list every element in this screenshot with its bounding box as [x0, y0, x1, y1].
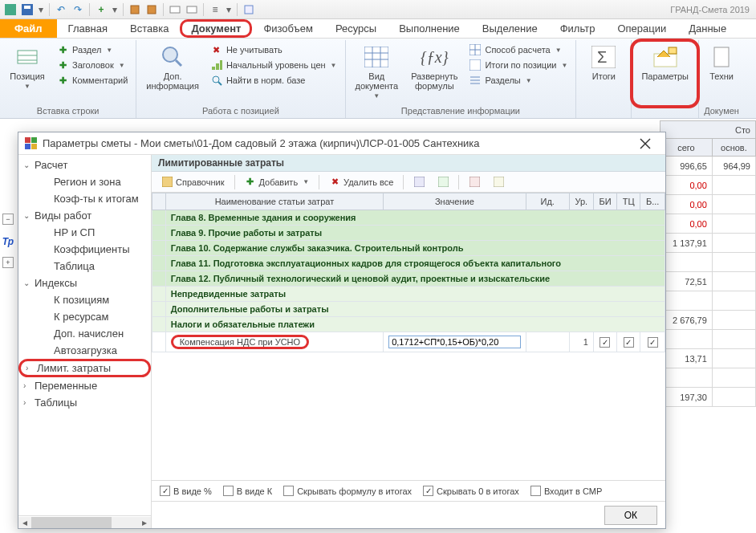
table-row[interactable]: Глава 10. Содержание службы заказчика. С…: [152, 241, 665, 256]
close-button[interactable]: [632, 134, 659, 153]
list-icon[interactable]: ≡: [208, 2, 222, 17]
find-in-norm-button[interactable]: Найти в норм. базе: [207, 73, 340, 87]
tree-item[interactable]: ›Лимит. затраты: [18, 359, 151, 377]
document-view-button[interactable]: Вид документа ▼: [351, 43, 404, 101]
table-row[interactable]: 1 137,91: [660, 234, 756, 253]
tab-fizobjem[interactable]: Физобъем: [252, 19, 324, 38]
table-row[interactable]: Глава 11. Подготовка эксплуатационных ка…: [152, 256, 665, 271]
table-row[interactable]: [660, 253, 756, 272]
tab-execution[interactable]: Выполнение: [388, 19, 471, 38]
tree-item[interactable]: Таблица: [18, 258, 151, 275]
table-row[interactable]: 72,51: [660, 272, 756, 291]
tab-resources[interactable]: Ресурсы: [324, 19, 388, 38]
export-icon[interactable]: [242, 2, 256, 17]
totals-button[interactable]: Σ Итоги: [581, 43, 626, 83]
table-row[interactable]: 13,71: [660, 349, 756, 368]
checkbox-icon[interactable]: ✓: [624, 337, 634, 348]
scroll-left-icon[interactable]: ◂: [18, 517, 31, 528]
col-ur[interactable]: Ур.: [569, 193, 593, 210]
add-header-button[interactable]: ✚Заголовок▼: [53, 58, 131, 72]
table-row[interactable]: 0,00: [660, 176, 756, 195]
tree-item[interactable]: Коэф-ты к итогам: [18, 190, 151, 207]
tool-icon[interactable]: [128, 2, 142, 17]
coef-view-checkbox[interactable]: В виде К: [223, 486, 272, 496]
tool-button[interactable]: [408, 175, 429, 189]
col-id[interactable]: Ид.: [526, 193, 569, 210]
table-row[interactable]: 0,00: [660, 214, 756, 234]
formula-value-input[interactable]: [388, 336, 520, 348]
tool-button[interactable]: [433, 175, 453, 189]
save-icon[interactable]: [20, 2, 35, 17]
tab-insert[interactable]: Вставка: [119, 19, 180, 38]
tree-item[interactable]: Коэффициенты: [18, 241, 151, 258]
tree-item[interactable]: К позициям: [18, 291, 151, 308]
hide-zero-checkbox[interactable]: ✓Скрывать 0 в итогах: [423, 486, 519, 496]
additional-info-button[interactable]: Доп. информация: [141, 43, 204, 92]
tree-item[interactable]: ⌄Индексы: [18, 275, 151, 291]
tab-selection[interactable]: Выделение: [471, 19, 549, 38]
tree-item[interactable]: НР и СП: [18, 224, 151, 241]
redo-icon[interactable]: ↷: [71, 2, 85, 17]
table-row[interactable]: 996,65964,99: [660, 157, 756, 176]
add-button[interactable]: ✚Добавить▼: [240, 175, 315, 189]
tab-home[interactable]: Главная: [57, 19, 119, 38]
add-comment-button[interactable]: ✚Комментарий: [53, 73, 131, 87]
table-row[interactable]: 0,00: [660, 195, 756, 214]
tool-icon[interactable]: [185, 2, 199, 17]
tree-item[interactable]: ›Переменные: [18, 377, 151, 394]
reference-button[interactable]: Справочник: [156, 175, 230, 189]
dropdown-icon[interactable]: ▾: [37, 2, 45, 17]
undo-icon[interactable]: ↶: [54, 2, 68, 17]
table-row[interactable]: Глава 9. Прочие работы и затраты: [152, 226, 665, 241]
position-totals-button[interactable]: Итоги по позиции▼: [465, 58, 571, 72]
expand-marker[interactable]: −: [2, 214, 14, 225]
table-row[interactable]: Непредвиденные затраты: [152, 287, 665, 302]
tool-icon[interactable]: [144, 2, 159, 17]
in-smr-checkbox[interactable]: Входит в СМР: [530, 486, 602, 496]
scroll-thumb[interactable]: [31, 517, 112, 528]
initial-price-level-button[interactable]: Начальный уровень цен▼: [207, 58, 340, 72]
table-row[interactable]: Компенсация НДС при УСНО1✓✓✓: [152, 332, 665, 352]
table-row[interactable]: [660, 368, 756, 388]
parameters-button[interactable]: Параметры: [636, 43, 693, 83]
tree-item[interactable]: ›Таблицы: [18, 394, 151, 411]
table-row[interactable]: 197,30: [660, 388, 756, 407]
position-button[interactable]: Позиция ▼: [5, 43, 50, 92]
col-name[interactable]: Наименование статьи затрат: [165, 193, 383, 210]
table-row[interactable]: [660, 291, 756, 311]
tech-button[interactable]: Техни: [704, 43, 739, 83]
tree-item[interactable]: ⌄Виды работ: [18, 207, 151, 224]
tool-button[interactable]: [464, 175, 485, 189]
tool-icon[interactable]: [168, 2, 182, 17]
add-section-button[interactable]: ✚Раздел▼: [53, 43, 131, 57]
checkbox-icon[interactable]: ✓: [600, 337, 610, 348]
col-b[interactable]: Б...: [640, 193, 665, 210]
table-row[interactable]: Глава 8. Временные здания и сооружения: [152, 210, 665, 226]
ok-button[interactable]: ОК: [604, 506, 657, 525]
expand-formulas-button[interactable]: {ƒx} Развернуть формулы: [406, 43, 462, 92]
table-row[interactable]: 2 676,79: [660, 311, 756, 330]
table-row[interactable]: [660, 330, 756, 349]
dialog-titlebar[interactable]: Параметры сметы - Мои сметы\01-Дом садов…: [18, 132, 665, 155]
tree-item[interactable]: К ресурсам: [18, 308, 151, 325]
table-row[interactable]: Дополнительные работы и затраты: [152, 302, 665, 317]
percent-view-checkbox[interactable]: ✓В виде %: [160, 486, 212, 496]
scroll-right-icon[interactable]: ▸: [138, 517, 151, 528]
col-value[interactable]: Значение: [384, 193, 526, 210]
tab-operations[interactable]: Операции: [606, 19, 677, 38]
checkbox-icon[interactable]: ✓: [648, 337, 658, 348]
col-tc[interactable]: ТЦ: [617, 193, 640, 210]
tree-item[interactable]: Регион и зона: [18, 173, 151, 190]
tab-document[interactable]: Документ: [180, 19, 252, 38]
scroll-track[interactable]: [31, 517, 138, 528]
tree-item[interactable]: Доп. начислен: [18, 325, 151, 342]
ignore-button[interactable]: ✖Не учитывать: [207, 43, 340, 57]
horizontal-scrollbar[interactable]: ◂ ▸: [18, 515, 151, 528]
sections-button[interactable]: Разделы▼: [465, 73, 571, 87]
tab-filter[interactable]: Фильтр: [549, 19, 607, 38]
tab-data[interactable]: Данные: [677, 19, 738, 38]
tool-button[interactable]: [488, 175, 509, 189]
tab-file[interactable]: Файл: [0, 19, 57, 38]
plus-icon[interactable]: +: [94, 2, 108, 17]
table-row[interactable]: Глава 12. Публичный технологический и це…: [152, 271, 665, 287]
